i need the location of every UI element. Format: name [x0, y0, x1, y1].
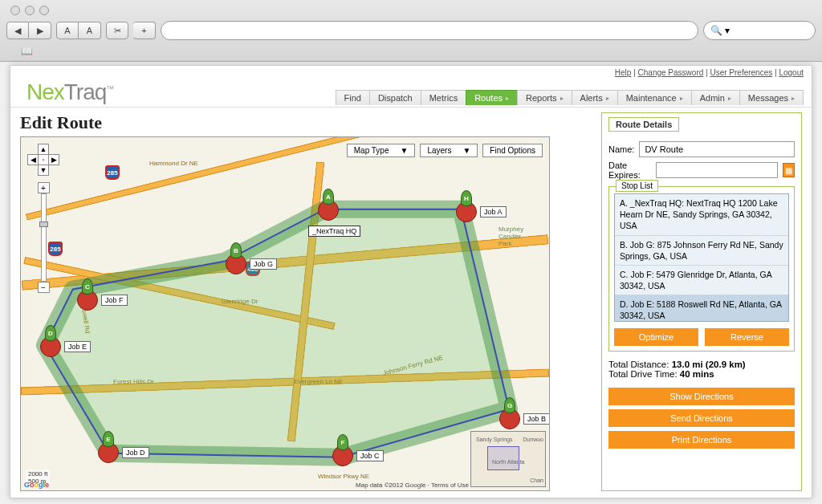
browser-search[interactable]: 🔍▾ [703, 21, 816, 40]
content: Edit Route Hammond Dr NE Roswell Rd Glen… [10, 108, 812, 496]
layers-dropdown[interactable]: Layers▼ [420, 144, 478, 157]
reader-button[interactable]: ✂ [106, 22, 128, 39]
total-distance-value: 13.0 mi (20.9 km) [672, 360, 746, 369]
logout-link[interactable]: Logout [779, 68, 804, 77]
zoom-thumb[interactable] [39, 222, 48, 227]
total-distance-label: Total Distance: [608, 360, 669, 369]
chevron-right-icon: ▸ [728, 95, 731, 102]
map-type-dropdown[interactable]: Map Type▼ [347, 144, 416, 157]
add-tab-button[interactable]: + [133, 22, 156, 39]
stop-pin-icon: H [461, 190, 472, 206]
tab-metrics[interactable]: Metrics [421, 90, 466, 105]
stop-pin-icon: E [103, 431, 114, 447]
minimap-viewport[interactable] [487, 446, 519, 470]
change-password-link[interactable]: Change Password [638, 68, 704, 77]
page-title: Edit Route [20, 112, 590, 133]
logo: NexTraq™ [26, 79, 113, 105]
close-window-icon[interactable] [10, 6, 20, 15]
top-links: Help | Change Password | User Preference… [10, 66, 812, 79]
stop-label: Job A [480, 206, 507, 217]
calendar-icon[interactable]: ▦ [783, 163, 795, 177]
chevron-right-icon: ▸ [606, 95, 609, 102]
minimize-window-icon[interactable] [25, 6, 35, 15]
route-details-panel: Route Details Name: Date Expires: ▦ Stop… [601, 112, 802, 491]
zoom-slider[interactable] [41, 193, 47, 282]
show-directions-button[interactable]: Show Directions [608, 388, 795, 405]
tab-routes[interactable]: Routes▸ [466, 90, 518, 105]
zoom-in-button[interactable]: + [38, 182, 50, 193]
forward-button[interactable]: ▶ [29, 22, 51, 39]
tab-alerts[interactable]: Alerts▸ [572, 90, 618, 105]
optimize-button[interactable]: Optimize [614, 328, 698, 346]
pan-south-button[interactable]: ▼ [38, 165, 49, 176]
stop-list-section: Stop List A. _NexTraq HQ: NextTraq HQ 12… [608, 186, 795, 352]
stop-pin-icon: C [82, 278, 93, 295]
map-stop-marker[interactable]: CJob F [77, 290, 101, 314]
total-time-label: Total Drive Time: [608, 369, 678, 379]
total-time-value: 40 mins [680, 369, 714, 379]
map-pan-zoom: ▲ ▼ ◀ ▶ ◦ + − [27, 144, 59, 293]
map-stop-marker[interactable]: A [318, 200, 342, 224]
stop-list-title: Stop List [616, 180, 658, 192]
stop-list-item[interactable]: B. Job G: 875 Johnson Ferry Rd NE, Sandy… [615, 236, 788, 266]
tab-maintenance[interactable]: Maintenance▸ [617, 90, 692, 105]
stop-pin-icon: F [337, 434, 348, 450]
url-bar[interactable] [161, 21, 698, 40]
minimap[interactable]: Sandy Springs Dunwoo North Atlanta Chan [470, 431, 546, 487]
date-expires-label: Date Expires: [608, 161, 651, 180]
map-zoom: + − [37, 182, 50, 293]
tab-dispatch[interactable]: Dispatch [369, 90, 421, 105]
maximize-window-icon[interactable] [39, 6, 49, 15]
tab-messages[interactable]: Messages▸ [739, 90, 804, 105]
user-prefs-link[interactable]: User Preferences [710, 68, 772, 77]
pan-north-button[interactable]: ▲ [38, 144, 49, 155]
pan-east-button[interactable]: ▶ [48, 154, 59, 165]
pan-west-button[interactable]: ◀ [27, 154, 39, 165]
send-directions-button[interactable]: Send Directions [608, 409, 795, 427]
route-details-title: Route Details [608, 117, 679, 132]
map-stop-marker[interactable]: GJob B [499, 408, 523, 433]
stop-label: Job D [122, 447, 149, 458]
stop-list[interactable]: A. _NexTraq HQ: NextTraq HQ 1200 Lake He… [614, 193, 789, 322]
map-stop-marker[interactable]: BJob G [226, 254, 250, 278]
zoom-out-button[interactable]: − [38, 282, 50, 293]
tab-label: Messages [748, 93, 788, 103]
route-name-label: Name: [608, 144, 634, 154]
minimap-label: Sandy Springs [476, 437, 513, 442]
map-stop-marker[interactable]: DJob E [40, 336, 64, 360]
minimap-label: Dunwoo [523, 437, 543, 442]
chevron-right-icon: ▸ [560, 95, 564, 102]
map-stop-marker[interactable]: EJob D [98, 442, 122, 466]
pan-home-button[interactable]: ◦ [38, 154, 49, 165]
stop-label: Job G [250, 258, 277, 270]
bookmarks-icon[interactable]: 📖 [21, 46, 33, 57]
tab-reports[interactable]: Reports▸ [517, 90, 572, 105]
back-button[interactable]: ◀ [6, 22, 29, 39]
print-directions-button[interactable]: Print Directions [608, 431, 795, 449]
map-stop-marker[interactable]: FJob C [332, 445, 356, 469]
tab-admin[interactable]: Admin▸ [691, 90, 740, 105]
map-stop-marker[interactable]: HJob A [456, 201, 480, 226]
stop-label: Job B [523, 413, 550, 425]
stop-list-item[interactable]: A. _NexTraq HQ: NextTraq HQ 1200 Lake He… [615, 194, 788, 236]
chevron-down-icon: ▼ [400, 146, 408, 155]
tab-label: Maintenance [626, 93, 677, 103]
main-column: Edit Route Hammond Dr NE Roswell Rd Glen… [20, 112, 590, 491]
help-link[interactable]: Help [615, 68, 632, 77]
stop-pin-icon: G [504, 397, 515, 413]
map-scale-ft: 2000 ft [28, 470, 47, 478]
font-smaller-button[interactable]: A [56, 22, 79, 39]
stop-list-item[interactable]: D. Job E: 5188 Roswell Rd NE, Atlanta, G… [615, 295, 788, 322]
map[interactable]: Hammond Dr NE Roswell Rd Glenridge Dr Jo… [20, 136, 550, 491]
find-options-button[interactable]: Find Options [482, 144, 543, 157]
chevron-right-icon: ▸ [791, 95, 795, 102]
stop-label: Job F [101, 295, 128, 306]
stop-list-item[interactable]: C. Job F: 5479 Glenridge Dr, Atlanta, GA… [615, 266, 788, 295]
tab-find[interactable]: Find [336, 90, 370, 105]
minimap-label: Chan [530, 478, 543, 483]
tab-label: Dispatch [378, 93, 413, 103]
reverse-button[interactable]: Reverse [705, 328, 789, 346]
date-expires-input[interactable] [656, 162, 778, 178]
route-name-input[interactable] [639, 141, 795, 157]
font-larger-button[interactable]: A [79, 22, 101, 39]
